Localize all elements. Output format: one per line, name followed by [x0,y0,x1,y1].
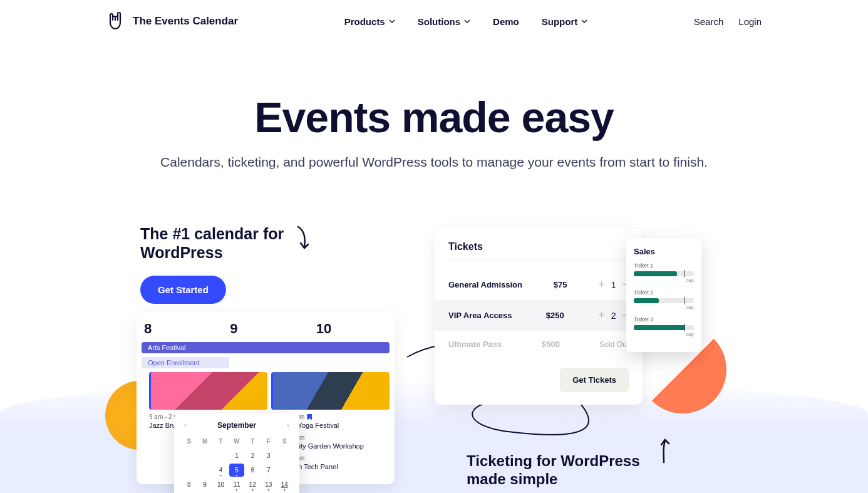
sales-item-label: Ticket 2 [634,289,694,296]
tickets-card: Tickets General Admission $75 + 1 − VIP … [435,229,643,405]
get-tickets-button[interactable]: Get Tickets [560,368,629,392]
sales-item-label: Ticket 3 [634,316,694,323]
cap-label: cap [634,331,694,337]
ticketing-heading: Ticketing for WordPress made simple [467,452,654,489]
calendar-day-cell[interactable]: 14 [277,478,292,491]
mini-calendar: ‹ September › SMTWTFS1234567891011121314… [174,413,299,493]
ticket-row: VIP Area Access $250 + 2 − [435,300,643,331]
calendar-day-cell [214,449,228,462]
nav-products-label: Products [344,16,385,27]
sales-progress-bar [634,325,694,330]
calendar-section-heading: The #1 calendar for WordPress Get Starte… [140,224,416,304]
event-bar-arts[interactable]: Arts Festival [142,342,390,353]
calendar-day-cell[interactable]: 7 [261,464,276,477]
nav-solutions-label: Solutions [418,16,460,27]
mini-calendar-grid: SMTWTFS123456789101112131415161718192021 [182,435,292,493]
utility-nav: Search Login [694,16,762,27]
weekday-header: W [229,435,244,448]
nav-support[interactable]: Support [542,16,588,27]
event-thumbnail[interactable] [149,372,267,410]
weekday-header: S [277,435,292,448]
nav-demo[interactable]: Demo [493,16,519,27]
search-link[interactable]: Search [694,16,724,27]
sales-title: Sales [634,247,694,256]
prev-month-button[interactable]: ‹ [182,421,189,430]
ticket-name: VIP Area Access [448,311,512,320]
calendar-day-cell [277,464,292,477]
calendar-heading: The #1 calendar for WordPress [140,224,297,262]
calendar-day-cell[interactable]: 6 [245,464,260,477]
calendar-day-cell[interactable]: 13 [261,478,276,491]
cap-label: cap [634,278,694,283]
qty-value: 2 [611,311,616,321]
ticket-price: $500 [542,340,560,349]
qty-plus-button[interactable]: + [598,278,605,291]
sales-item: Ticket 3 cap [634,316,694,337]
ticket-price: $75 [554,280,567,289]
chevron-down-icon [389,18,395,24]
sales-item: Ticket 2 cap [634,289,694,310]
event-thumbnail[interactable] [271,372,390,410]
weekday-header: T [214,435,228,448]
logo[interactable]: The Events Calendar [106,10,238,33]
weekday-header: F [261,435,276,448]
tickets-title: Tickets [448,241,629,261]
ticket-price: $250 [546,311,564,320]
calendar-day-cell [182,464,196,477]
hero-title: Events made easy [0,93,868,142]
calendar-day-cell[interactable]: 2 [245,449,260,462]
sales-progress-bar [634,298,694,303]
event-bar-enrollment[interactable]: Open Enrollment [142,357,229,368]
next-month-button[interactable]: › [284,421,292,430]
sales-item: Ticket 1 cap [634,262,694,283]
header: The Events Calendar Products Solutions D… [0,0,868,43]
mini-month-label: September [217,421,256,430]
hero: Events made easy Calendars, ticketing, a… [0,93,868,172]
weekday-header: M [197,435,212,448]
nav-support-label: Support [542,16,578,27]
calendar-day-cell[interactable]: 9 [197,478,212,491]
login-link[interactable]: Login [738,16,762,27]
calendar-day-cell[interactable]: 5 [229,464,244,477]
calendar-day-cell[interactable]: 12 [245,478,260,491]
sold-out-label: Sold Out [599,340,629,349]
main-nav: Products Solutions Demo Support [344,16,588,27]
ticket-row: Ultimate Pass $500 Sold Out [448,331,629,358]
calendar-day-cell [197,449,212,462]
arrow-down-icon [296,226,311,253]
calendar-day-cell[interactable]: 4 [214,464,228,477]
day-number: 8 [144,321,215,337]
calendar-day-cell[interactable]: 1 [229,449,244,462]
calendar-day-cell [197,464,212,477]
calendar-day-cell[interactable]: 10 [214,478,228,491]
get-started-button[interactable]: Get Started [140,276,226,304]
hero-subtitle: Calendars, ticketing, and powerful WordP… [0,153,868,172]
ticket-row: General Admission $75 + 1 − [448,269,629,300]
calendar-day-cell [182,449,196,462]
sales-card: Sales Ticket 1 capTicket 2 capTicket 3 c… [626,238,701,352]
qty-value: 1 [611,280,616,290]
brand-name: The Events Calendar [133,15,238,28]
nav-demo-label: Demo [493,16,519,27]
day-number: 9 [230,321,301,337]
calendar-day-cell[interactable]: 8 [182,478,196,491]
day-number: 10 [316,321,387,337]
ticket-name: Ultimate Pass [448,340,502,349]
calendar-day-cell[interactable]: 3 [261,449,276,462]
chevron-down-icon [464,18,470,24]
hand-rock-icon [106,10,127,33]
calendar-day-cell[interactable]: 11 [229,478,244,491]
sales-progress-bar [634,271,694,276]
cap-label: cap [634,304,694,310]
calendar-day-cell [277,449,292,462]
weekday-header: T [245,435,260,448]
chevron-down-icon [581,18,587,24]
sales-item-label: Ticket 1 [634,262,694,269]
ticket-name: General Admission [448,280,522,289]
bookmark-icon [307,414,312,420]
nav-products[interactable]: Products [344,16,395,27]
qty-plus-button[interactable]: + [598,309,605,322]
weekday-header: S [182,435,196,448]
nav-solutions[interactable]: Solutions [418,16,470,27]
